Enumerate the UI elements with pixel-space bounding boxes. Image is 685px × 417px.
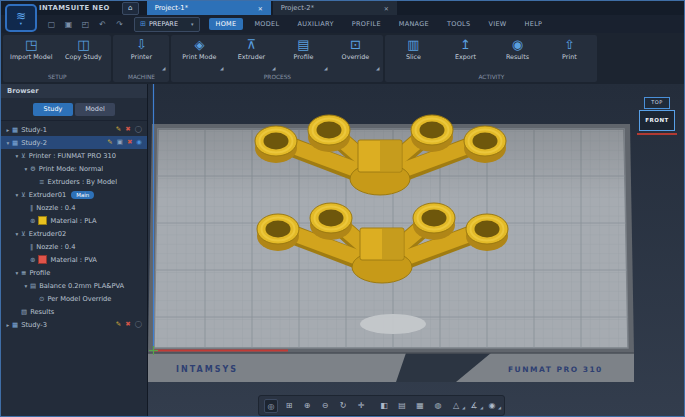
nozzle-icon: ∥ xyxy=(30,243,33,251)
browser-tab-model[interactable]: Model xyxy=(75,103,115,116)
rotate-view-icon[interactable]: ↻ xyxy=(336,399,350,413)
expanded-arrow-icon[interactable]: ▾ xyxy=(4,140,12,146)
project-tab-project-1[interactable]: Project-1*✕ xyxy=(147,1,271,15)
printer-button[interactable]: ⇩Printer◢ xyxy=(115,36,167,72)
measure-tool-icon[interactable]: ∡◢ xyxy=(467,399,481,413)
fit-view-icon[interactable]: ◎ xyxy=(264,399,278,413)
tree-row-profile[interactable]: ▾≣Profile xyxy=(1,266,147,279)
edit-icon[interactable]: ✎ xyxy=(107,136,112,149)
material-icon: ⊛ xyxy=(30,217,35,225)
tree-row-label: Nozzle : 0.4 xyxy=(36,204,75,212)
menu-item-profile[interactable]: PROFILE xyxy=(345,18,388,30)
edit-icon[interactable]: ✎ xyxy=(116,123,121,136)
undo-icon[interactable]: ↶ xyxy=(94,20,111,29)
view-support-icon[interactable]: △◢ xyxy=(449,399,463,413)
expanded-arrow-icon[interactable]: ▾ xyxy=(22,166,30,172)
zoom-in-icon[interactable]: ⊕ xyxy=(300,399,314,413)
copy-study-button[interactable]: ◫Copy Study xyxy=(57,36,109,72)
zoom-window-icon[interactable]: ⊞ xyxy=(282,399,296,413)
export-button[interactable]: ↥Export xyxy=(439,36,491,72)
menu-item-model[interactable]: MODEL xyxy=(247,18,286,30)
results-button[interactable]: ◉Results xyxy=(491,36,543,72)
trash-icon[interactable]: ✖ xyxy=(125,318,130,331)
tree-row-label: Material : PLA xyxy=(50,217,96,225)
view-cube[interactable]: TOP FRONT xyxy=(637,97,677,135)
menu-item-home[interactable]: HOME xyxy=(209,18,244,30)
ribbon-group-setup: ◳Import Model◫Copy StudySETUP xyxy=(3,35,111,82)
expanded-arrow-icon[interactable]: ▾ xyxy=(13,231,21,237)
tree-row-label: Nozzle : 0.4 xyxy=(36,243,75,251)
slice-button[interactable]: ▥Slice xyxy=(387,36,439,72)
radio-icon[interactable]: ◯ xyxy=(135,318,142,331)
view-solid-icon[interactable]: ◧ xyxy=(377,399,391,413)
study-icon: ▦ xyxy=(12,139,18,147)
tree-row-material-pva[interactable]: ⊛Material : PVA xyxy=(1,253,147,266)
tree-row-extruder01[interactable]: ▾⊻Extruder01Main xyxy=(1,188,147,201)
tree-row-study-2[interactable]: ▾▦Study-2✎▣✖◉ xyxy=(1,136,147,149)
print-mode-button[interactable]: ◈Print Mode◢ xyxy=(173,36,225,72)
menu-item-view[interactable]: VIEW xyxy=(481,18,513,30)
collapsed-arrow-icon[interactable]: ▸ xyxy=(4,322,12,328)
print-button[interactable]: ⇧Print xyxy=(543,36,595,72)
extruder-button[interactable]: ⊼Extruder◢ xyxy=(225,36,277,72)
collapsed-arrow-icon[interactable]: ▸ xyxy=(4,127,12,133)
printer-icon: ⇩ xyxy=(136,37,147,52)
tree-row-extruders-by-model[interactable]: ≡Extruders : By Model xyxy=(1,175,147,188)
radio-icon[interactable]: ◯ xyxy=(135,123,142,136)
menu-item-manage[interactable]: MANAGE xyxy=(392,18,436,30)
edit-icon[interactable]: ✎ xyxy=(116,318,121,331)
menu-item-tools[interactable]: TOOLS xyxy=(440,18,477,30)
pan-view-icon[interactable]: ✛ xyxy=(354,399,368,413)
mode-dropdown[interactable]: ⊞ PREPARE ▾ xyxy=(134,17,200,32)
tree-row-balance-0-2mm-pla-pva[interactable]: ▾▤Balance 0.2mm PLA&PVA xyxy=(1,279,147,292)
profile-button[interactable]: ▤Profile◢ xyxy=(277,36,329,72)
tree-row-study-3[interactable]: ▸▦Study-3✎✖◯ xyxy=(1,318,147,331)
redo-icon[interactable]: ↷ xyxy=(111,20,128,29)
project-tab-project-2[interactable]: Project-2*✕ xyxy=(273,1,397,15)
quick-access-toolbar: ▢▣◰↶↷ xyxy=(43,20,128,29)
new-file-icon[interactable]: ▢ xyxy=(43,20,60,29)
zoom-out-icon[interactable]: ⊖ xyxy=(318,399,332,413)
tree-row-print-mode-normal[interactable]: ▾⚙Print Mode: Normal xyxy=(1,162,147,175)
save-icon[interactable]: ▣ xyxy=(60,20,77,29)
expanded-arrow-icon[interactable]: ▾ xyxy=(13,192,21,198)
viewport-3d[interactable]: INTAMSYS FUNMAT PRO 310 TOP FRONT xyxy=(148,84,684,417)
radio-active-icon[interactable]: ◉ xyxy=(136,136,142,149)
home-button[interactable]: ⌂ xyxy=(122,2,139,15)
menu-item-help[interactable]: HELP xyxy=(518,18,550,30)
view-wireframe-icon[interactable]: ▦ xyxy=(413,399,427,413)
tree-row-results[interactable]: ▧Results xyxy=(1,305,147,318)
app-logo[interactable]: ≋ ▾ xyxy=(5,4,37,32)
tree-row-label: Study-1 xyxy=(21,126,47,134)
tree-row-material-pla[interactable]: ⊛Material : PLA xyxy=(1,214,147,227)
view-layers-icon[interactable]: ▤ xyxy=(395,399,409,413)
view-toolbar: ◎⊞⊕⊖↻✛◧▤▦◍△◢∡◢◉◢ xyxy=(258,395,505,416)
duplicate-icon[interactable]: ▣ xyxy=(117,136,123,149)
dropdown-caret-icon: ◢ xyxy=(324,66,327,71)
override-button[interactable]: ⊡Override◢ xyxy=(329,36,381,72)
import-model-button[interactable]: ◳Import Model xyxy=(5,36,57,72)
tree-row-per-model-override[interactable]: ⊙Per Model Override xyxy=(1,292,147,305)
view-transparent-icon[interactable]: ◍ xyxy=(431,399,445,413)
browser-tab-study[interactable]: Study xyxy=(33,103,73,116)
close-icon[interactable]: ✕ xyxy=(258,5,263,12)
ribbon-group-activity: ▥Slice↥Export◉Results⇧PrintACTIVITY xyxy=(385,35,597,82)
tree-row-label: Extruder02 xyxy=(29,230,66,238)
trash-icon[interactable]: ✖ xyxy=(127,136,132,149)
tree-row-extruder02[interactable]: ▾⊻Extruder02 xyxy=(1,227,147,240)
view-cube-top-face[interactable]: TOP xyxy=(644,97,670,109)
snapshot-icon[interactable]: ◉◢ xyxy=(485,399,499,413)
tree-row-study-1[interactable]: ▸▦Study-1✎✖◯ xyxy=(1,123,147,136)
view-cube-front-face[interactable]: FRONT xyxy=(639,110,675,131)
close-icon[interactable]: ✕ xyxy=(384,5,389,12)
expanded-arrow-icon[interactable]: ▾ xyxy=(13,153,21,159)
tree-row-nozzle-0-4[interactable]: ∥Nozzle : 0.4 xyxy=(1,240,147,253)
tree-row-nozzle-0-4[interactable]: ∥Nozzle : 0.4 xyxy=(1,201,147,214)
menu-item-auxiliary[interactable]: AUXILIARY xyxy=(290,18,340,30)
tree-row-printer-funmat-pro-310[interactable]: ▾⊻Printer : FUNMAT PRO 310 xyxy=(1,149,147,162)
expanded-arrow-icon[interactable]: ▾ xyxy=(13,270,21,276)
open-icon[interactable]: ◰ xyxy=(77,20,94,29)
dropdown-caret-icon: ◢ xyxy=(376,66,379,71)
trash-icon[interactable]: ✖ xyxy=(125,123,130,136)
expanded-arrow-icon[interactable]: ▾ xyxy=(22,283,30,289)
